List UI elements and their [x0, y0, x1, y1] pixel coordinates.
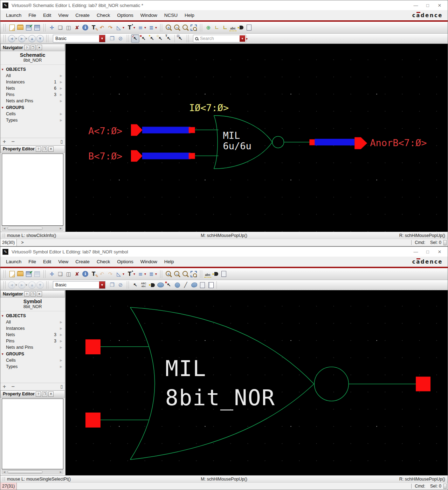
add-label-icon[interactable]: abc [204, 273, 211, 278]
zoom-in-icon[interactable]: + [164, 23, 173, 32]
add-pin-icon[interactable] [236, 23, 245, 32]
statusbar-grip[interactable] [3, 477, 5, 481]
navigator-header[interactable]: Navigator ? ❐ ✕ [0, 290, 65, 298]
maximize-button[interactable]: □ [422, 3, 434, 8]
navigator-close-button[interactable]: ✕ [37, 291, 42, 297]
menu-create[interactable]: Create [72, 11, 93, 19]
stretch-cursor-icon[interactable]: ↖ [165, 281, 173, 289]
symbol-output-pin[interactable] [416, 377, 430, 392]
redo-icon[interactable]: ↷ [106, 270, 115, 278]
minimize-button[interactable]: — [410, 249, 422, 254]
pin-tool-icon[interactable] [148, 281, 156, 289]
zoom-out-icon[interactable]: − [173, 23, 181, 32]
tree-item-types[interactable]: Types ▶ [0, 363, 65, 370]
delete-icon[interactable]: ✘ [73, 270, 81, 278]
descend-disable-icon[interactable]: ⊘ [116, 281, 125, 289]
symbol-pin-a[interactable] [85, 339, 101, 354]
tree-item-types[interactable]: Types ▶ [0, 117, 65, 123]
instance-name-label[interactable]: IØ<7:Ø> [189, 102, 229, 113]
title-bar[interactable]: ✎ Virtuoso® Schematic Editor L Editing: … [0, 0, 448, 10]
resize-grip[interactable] [443, 484, 447, 489]
menu-view[interactable]: View [55, 11, 72, 19]
add-note-icon[interactable] [245, 23, 253, 32]
maximize-button[interactable]: □ [422, 249, 434, 254]
property-editor-scrollbar[interactable]: ◀ ▶ [2, 470, 63, 474]
property-editor-float-button[interactable]: ❐ [42, 147, 47, 152]
remove-filter-button[interactable]: − [11, 139, 15, 144]
gate-size-label[interactable]: 6u/6u [223, 141, 251, 151]
tree-item-all[interactable]: All ▶ [0, 319, 65, 325]
remove-filter-button[interactable]: − [11, 384, 15, 389]
check-and-save-icon[interactable] [25, 270, 33, 278]
tree-item-instances[interactable]: Instances ▶ [0, 325, 65, 332]
edit-text-icon[interactable]: T [89, 23, 98, 32]
navigator-float-button[interactable]: ❐ [30, 291, 36, 297]
nav-up-icon[interactable]: ▲ [28, 35, 36, 42]
symbol-pin-b[interactable] [85, 413, 101, 428]
property-editor-header[interactable]: Property Editor ? ❐ ✕ [0, 390, 65, 398]
statusbar-grip[interactable] [3, 233, 5, 238]
input-pin-b[interactable] [131, 150, 143, 162]
tree-item-instances[interactable]: Instances 1 ▶ [0, 79, 65, 85]
new-file-icon[interactable] [8, 270, 16, 278]
nav-forward-icon[interactable]: ▶ [18, 35, 26, 42]
navigator-close-button[interactable]: ✕ [37, 45, 42, 50]
copy-to-cellview-icon[interactable]: ❐ [108, 34, 116, 43]
rotate-caret-icon[interactable]: ▾ [122, 23, 125, 32]
rotate-caret-icon[interactable]: ▾ [122, 270, 125, 278]
add-text-caret-icon[interactable]: ▾ [132, 270, 136, 278]
undo-icon[interactable]: ↶ [98, 23, 106, 32]
minimize-button[interactable]: — [410, 3, 422, 8]
zoom-in-icon[interactable]: + [164, 270, 173, 278]
menu-launch[interactable]: Launch [2, 258, 25, 266]
descend-disable-icon[interactable]: ⊘ [116, 34, 125, 43]
scroll-right-icon[interactable]: ▶ [58, 227, 63, 230]
select-mode-icon[interactable]: ↖ [131, 34, 139, 43]
property-editor-close-button[interactable]: ✕ [48, 392, 54, 397]
property-editor-scrollbar[interactable]: ◀ ▶ [2, 226, 63, 231]
symbol-cell-label[interactable]: 8bit_NOR [165, 385, 275, 410]
property-editor-help-button[interactable]: ? [36, 392, 41, 397]
note-tool-icon[interactable] [198, 281, 207, 289]
gate-library-label[interactable]: MIL [223, 130, 240, 141]
pane-toggle-icon[interactable]: ▯ [60, 139, 63, 144]
copy-icon[interactable]: ❏ [56, 23, 64, 32]
add-wire-name-icon[interactable]: abc [229, 26, 236, 31]
navigator-help-button[interactable]: ? [24, 291, 29, 297]
view-level-combo[interactable]: Basic ▼ [53, 281, 105, 289]
polygon-tool-icon[interactable] [190, 281, 198, 289]
tree-section-groups[interactable]: ▾ GROUPS [0, 104, 65, 111]
search-box[interactable]: ▼ [193, 35, 246, 42]
zoom-fit-icon[interactable] [189, 270, 198, 278]
partial-select-icon[interactable]: ↖ [139, 34, 148, 43]
redo-icon[interactable]: ↷ [106, 23, 115, 32]
input-pin-a[interactable] [131, 124, 143, 136]
tree-item-pins[interactable]: Pins 3 ▶ [0, 338, 65, 344]
stretch-icon[interactable]: ◫ [64, 270, 73, 278]
menu-file[interactable]: File [25, 258, 40, 266]
scroll-left-icon[interactable]: ◀ [2, 227, 7, 230]
bus-b-terminal[interactable] [189, 153, 195, 159]
nav-forward-caret-icon[interactable]: ▾ [25, 281, 28, 289]
resize-grip[interactable] [443, 240, 447, 245]
undo-icon[interactable]: ↶ [98, 270, 106, 278]
tree-item-cells[interactable]: Cells ▶ [0, 357, 65, 363]
title-bar[interactable]: ✎ Virtuoso® Symbol Editor L Editing: lab… [0, 247, 448, 257]
tree-item-pins[interactable]: Pins 3 ▶ [0, 91, 65, 98]
form-tool-icon[interactable] [207, 281, 215, 289]
navigator-header[interactable]: Navigator ? ❐ ✕ [0, 44, 65, 51]
nor-symbol-outline[interactable] [130, 307, 349, 460]
menu-window[interactable]: Window [137, 11, 161, 19]
tree-item-cells[interactable]: Cells ▶ [0, 111, 65, 117]
tree-item-nets-and-pins[interactable]: Nets and Pins ▶ [0, 344, 65, 351]
output-bus[interactable] [315, 139, 354, 145]
move-icon[interactable]: ✛ [48, 23, 56, 32]
input-a-label[interactable]: A<7:Ø> [88, 125, 122, 136]
label-tool-icon[interactable] [139, 281, 148, 289]
tree-section-objects[interactable]: ▾ OBJECTS [0, 66, 65, 73]
edit-text-icon[interactable]: T [89, 270, 98, 278]
properties-info-icon[interactable]: i [82, 25, 88, 30]
add-text-caret-icon[interactable]: ▾ [132, 23, 136, 32]
combo-dropdown-button[interactable]: ▼ [99, 35, 105, 42]
add-wire-icon[interactable]: ∟ [213, 23, 221, 32]
